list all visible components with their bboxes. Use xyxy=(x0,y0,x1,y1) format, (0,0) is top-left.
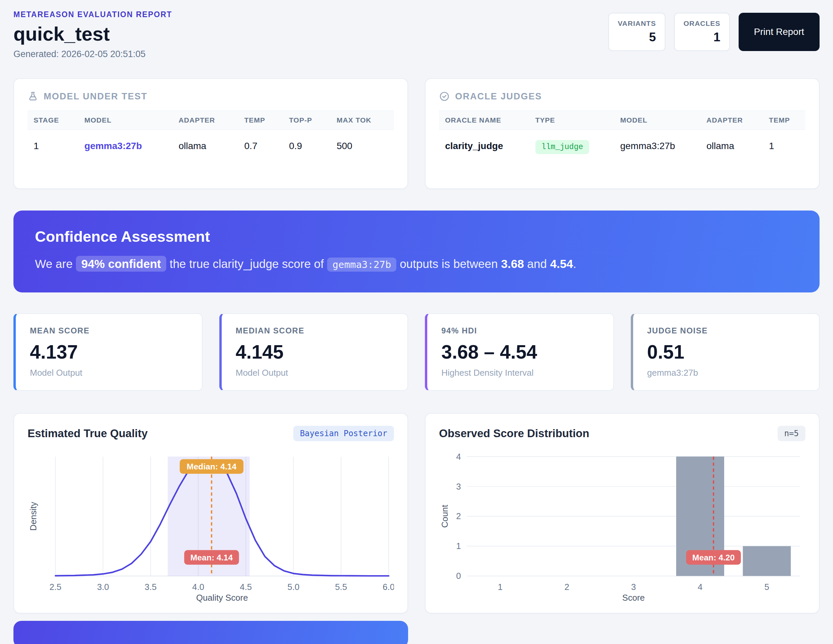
svg-text:Density: Density xyxy=(29,502,38,531)
table-row: clarity_judge llm_judge gemma3:27b ollam… xyxy=(439,130,806,157)
oracle-model-value: gemma3:27b xyxy=(614,130,700,157)
hdi-high-value: 4.54 xyxy=(550,257,573,270)
stat-label: 94% HDI xyxy=(441,326,599,336)
page-title: quick_test xyxy=(13,22,172,45)
table-header-row: ORACLE NAME TYPE MODEL ADAPTER TEMP xyxy=(439,111,806,130)
oracle-judges-title: ORACLE JUDGES xyxy=(455,92,542,102)
stat-sub: gemma3:27b xyxy=(647,368,805,378)
judge-noise-card: JUDGE NOISE 0.51 gemma3:27b xyxy=(631,313,820,391)
col-type: TYPE xyxy=(529,111,614,130)
oracles-label: ORACLES xyxy=(683,19,720,27)
next-section-banner xyxy=(13,621,408,644)
model-under-test-header: MODEL UNDER TEST xyxy=(27,91,394,102)
statement-prefix: We are xyxy=(35,257,72,270)
oracles-stat: ORACLES 1 xyxy=(674,13,730,51)
oracles-value: 1 xyxy=(683,30,720,44)
svg-text:5.0: 5.0 xyxy=(288,582,300,592)
stat-label: MEDIAN SCORE xyxy=(236,326,394,336)
stat-value: 4.137 xyxy=(30,341,188,363)
col-temp: TEMP xyxy=(763,111,806,130)
stat-sub: Model Output xyxy=(236,368,394,378)
col-model: MODEL xyxy=(614,111,700,130)
stats-row: MEAN SCORE 4.137 Model Output MEDIAN SCO… xyxy=(13,313,820,391)
svg-text:Count: Count xyxy=(440,505,449,528)
stat-value: 0.51 xyxy=(647,341,805,363)
model-chip: gemma3:27b xyxy=(327,257,397,271)
col-top-p: TOP-P xyxy=(283,111,331,130)
stat-value: 4.145 xyxy=(236,341,394,363)
adapter-value: ollama xyxy=(173,130,238,157)
svg-text:Quality Score: Quality Score xyxy=(196,593,248,602)
mean-score-card: MEAN SCORE 4.137 Model Output xyxy=(13,313,203,391)
svg-text:3.0: 3.0 xyxy=(97,582,109,592)
svg-text:5.5: 5.5 xyxy=(335,582,347,592)
svg-text:1: 1 xyxy=(498,582,502,592)
oracle-adapter-value: ollama xyxy=(700,130,763,157)
col-max-tok: MAX TOK xyxy=(331,111,394,130)
svg-text:4.5: 4.5 xyxy=(240,582,252,592)
svg-text:Score: Score xyxy=(622,593,645,602)
svg-text:5: 5 xyxy=(764,582,769,592)
svg-text:3.5: 3.5 xyxy=(145,582,157,592)
hdi-low-value: 3.68 xyxy=(501,257,524,270)
svg-text:3: 3 xyxy=(456,482,461,491)
svg-text:4: 4 xyxy=(698,582,702,592)
oracle-judges-table: ORACLE NAME TYPE MODEL ADAPTER TEMP clar… xyxy=(439,111,806,157)
posterior-chart-title: Estimated True Quality xyxy=(27,427,148,440)
confidence-chip: 94% confident xyxy=(76,256,166,271)
distribution-chart-card: Observed Score Distribution n=5 01234123… xyxy=(425,413,820,613)
temp-value: 0.7 xyxy=(238,130,283,157)
col-oracle-name: ORACLE NAME xyxy=(439,111,529,130)
confidence-title: Confidence Assessment xyxy=(35,228,798,246)
svg-text:2: 2 xyxy=(456,512,461,521)
max-tok-value: 500 xyxy=(331,130,394,157)
stat-label: JUDGE NOISE xyxy=(647,326,805,336)
flask-icon xyxy=(27,91,38,102)
top-p-value: 0.9 xyxy=(283,130,331,157)
oracle-judges-card: ORACLE JUDGES ORACLE NAME TYPE MODEL ADA… xyxy=(425,78,820,189)
judge-type-badge: llm_judge xyxy=(536,140,589,154)
statement-mid2: outputs is between xyxy=(400,257,498,270)
svg-text:2.5: 2.5 xyxy=(49,582,61,592)
col-stage: STAGE xyxy=(27,111,78,130)
svg-text:4: 4 xyxy=(456,452,461,461)
stat-sub: Model Output xyxy=(30,368,188,378)
svg-text:3: 3 xyxy=(631,582,636,592)
statement-period: . xyxy=(573,257,576,270)
stage-value: 1 xyxy=(27,130,78,157)
report-header: METAREASON EVALUATION REPORT quick_test … xyxy=(13,10,820,59)
col-temp: TEMP xyxy=(238,111,283,130)
hdi-card: 94% HDI 3.68 – 4.54 Highest Density Inte… xyxy=(425,313,614,391)
print-report-button[interactable]: Print Report xyxy=(739,13,820,51)
distribution-chart-header: Observed Score Distribution n=5 xyxy=(439,426,806,441)
statement-mid1: the true clarity_judge score of xyxy=(170,257,324,270)
svg-text:Median: 4.14: Median: 4.14 xyxy=(187,462,236,471)
col-adapter: ADAPTER xyxy=(173,111,238,130)
model-link[interactable]: gemma3:27b xyxy=(84,141,142,151)
svg-text:2: 2 xyxy=(564,582,569,592)
stat-label: MEAN SCORE xyxy=(30,326,188,336)
bayesian-posterior-badge: Bayesian Posterior xyxy=(293,426,394,441)
posterior-chart-svg: 2.53.03.54.04.55.05.56.0Median: 4.14Mean… xyxy=(27,448,394,604)
svg-text:1: 1 xyxy=(456,541,461,551)
model-under-test-table: STAGE MODEL ADAPTER TEMP TOP-P MAX TOK 1… xyxy=(27,111,394,157)
table-row: 1 gemma3:27b ollama 0.7 0.9 500 xyxy=(27,130,394,157)
model-under-test-title: MODEL UNDER TEST xyxy=(43,92,148,102)
oracle-judges-header: ORACLE JUDGES xyxy=(439,91,806,102)
check-circle-icon xyxy=(439,91,450,102)
variants-label: VARIANTS xyxy=(618,19,656,27)
confidence-statement: We are 94% confident the true clarity_ju… xyxy=(35,255,798,273)
svg-text:Mean: 4.20: Mean: 4.20 xyxy=(692,553,735,562)
header-actions: VARIANTS 5 ORACLES 1 Print Report xyxy=(608,13,820,51)
confidence-banner: Confidence Assessment We are 94% confide… xyxy=(13,210,820,292)
distribution-chart-title: Observed Score Distribution xyxy=(439,427,589,440)
model-under-test-card: MODEL UNDER TEST STAGE MODEL ADAPTER TEM… xyxy=(13,78,408,189)
statement-and: and xyxy=(527,257,547,270)
title-block: METAREASON EVALUATION REPORT quick_test … xyxy=(13,10,172,59)
oracle-name-value: clarity_judge xyxy=(439,130,529,157)
report-page: METAREASON EVALUATION REPORT quick_test … xyxy=(0,0,833,644)
distribution-chart-svg: 0123412345Mean: 4.20ScoreCount xyxy=(439,448,806,604)
generated-timestamp: Generated: 2026-02-05 20:51:05 xyxy=(13,49,172,59)
col-adapter: ADAPTER xyxy=(700,111,763,130)
oracle-temp-value: 1 xyxy=(763,130,806,157)
